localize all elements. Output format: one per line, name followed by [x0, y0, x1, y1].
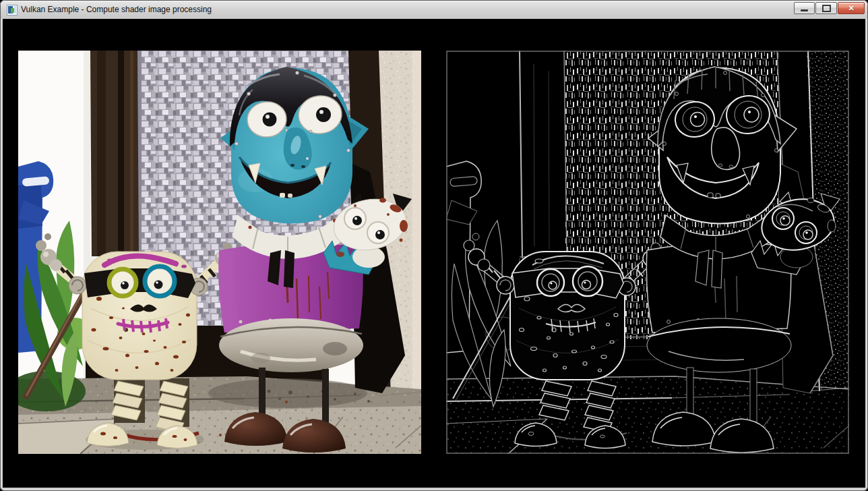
window: Vulkan Example - Compute shader image pr…	[0, 0, 868, 491]
input-image	[18, 51, 421, 454]
client-area	[3, 19, 865, 488]
application-icon[interactable]	[7, 5, 18, 16]
input-image-panel	[18, 51, 421, 454]
close-button[interactable]: ✕	[838, 2, 865, 14]
window-title: Vulkan Example - Compute shader image pr…	[21, 1, 212, 19]
minimize-button[interactable]	[794, 2, 815, 14]
minimize-icon	[801, 9, 808, 11]
maximize-button[interactable]	[815, 2, 837, 14]
window-controls: ✕	[793, 2, 865, 14]
output-image	[446, 51, 849, 454]
output-image-panel	[446, 51, 850, 454]
close-icon: ✕	[848, 4, 854, 13]
maximize-icon	[822, 5, 831, 12]
titlebar[interactable]: Vulkan Example - Compute shader image pr…	[1, 1, 867, 19]
